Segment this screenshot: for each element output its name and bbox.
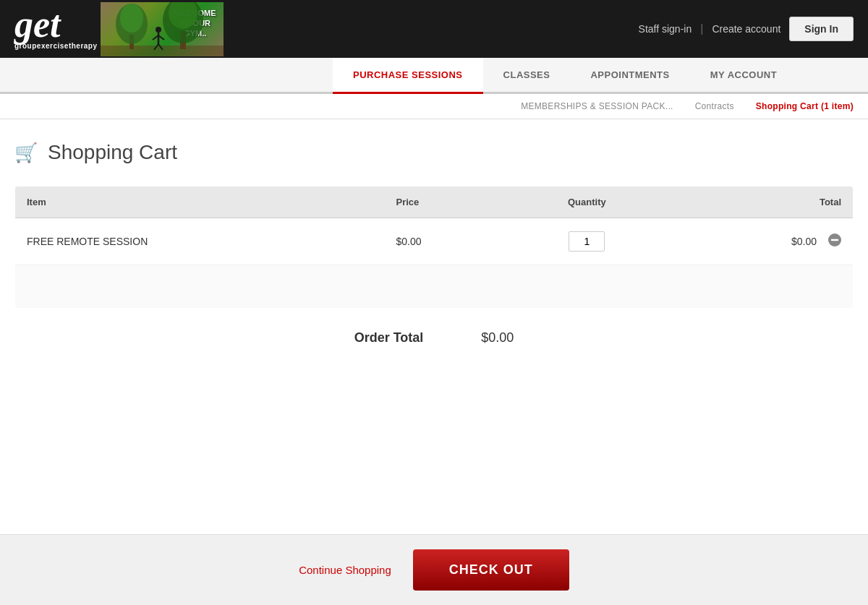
main-content: 🛒 Shopping Cart Item Price Quantity Tota… xyxy=(0,119,868,553)
cart-table-body: FREE REMOTE SESSION $0.00 $0.00 xyxy=(15,218,854,309)
item-name: FREE REMOTE SESSION xyxy=(15,218,385,265)
logo-banner-image: WELCOME TO OUR GYM.. xyxy=(101,2,224,56)
sign-in-button[interactable]: Sign In xyxy=(789,17,854,41)
empty-cell xyxy=(15,265,854,309)
logo-sub-bold: exercise xyxy=(37,42,69,50)
sub-nav-shopping-cart[interactable]: Shopping Cart (1 item) xyxy=(756,101,854,111)
item-quantity-cell xyxy=(509,218,665,265)
header: get groupexercisetherapy WELCOME TO OUR … xyxy=(0,0,868,58)
tab-my-account[interactable]: MY ACCOUNT xyxy=(690,58,797,94)
logo-main: get xyxy=(14,8,61,42)
header-divider: | xyxy=(700,22,703,35)
cart-table-header: Item Price Quantity Total xyxy=(15,186,854,218)
logo-sub-plain: group xyxy=(14,42,37,50)
continue-shopping-button[interactable]: Continue Shopping xyxy=(299,564,391,576)
logo-area: get groupexercisetherapy WELCOME TO OUR … xyxy=(14,2,224,56)
header-right: Staff sign-in | Create account Sign In xyxy=(639,17,854,41)
staff-sign-in-link[interactable]: Staff sign-in xyxy=(639,23,692,35)
quantity-input[interactable] xyxy=(569,231,605,252)
col-header-price: Price xyxy=(384,186,509,218)
page-title: Shopping Cart xyxy=(48,141,177,164)
table-row: FREE REMOTE SESSION $0.00 $0.00 xyxy=(15,218,854,265)
page-title-area: 🛒 Shopping Cart xyxy=(14,141,854,164)
tab-appointments[interactable]: APPOINTMENTS xyxy=(570,58,689,94)
cart-table: Item Price Quantity Total FREE REMOTE SE… xyxy=(14,186,854,309)
svg-point-8 xyxy=(156,27,161,33)
sub-nav-memberships[interactable]: MEMBERSHIPS & SESSION PACK... xyxy=(521,101,673,111)
main-nav: PURCHASE SESSIONS CLASSES APPOINTMENTS M… xyxy=(0,58,868,94)
tree-decoration xyxy=(101,2,224,56)
logo-text-area: get groupexercisetherapy xyxy=(14,8,98,50)
tab-classes[interactable]: CLASSES xyxy=(483,58,571,94)
sub-nav: MEMBERSHIPS & SESSION PACK... Contracts … xyxy=(0,94,868,119)
sub-nav-contracts[interactable]: Contracts xyxy=(695,101,734,111)
svg-point-5 xyxy=(120,4,143,33)
logo-sub-plain2: therapy xyxy=(69,42,98,50)
col-header-quantity: Quantity xyxy=(509,186,665,218)
remove-icon xyxy=(828,233,841,246)
order-total-label: Order Total xyxy=(354,330,424,346)
checkout-button[interactable]: CHECK OUT xyxy=(413,549,569,591)
total-with-remove: $0.00 xyxy=(677,233,841,250)
item-total-cell: $0.00 xyxy=(665,218,854,265)
order-total-amount: $0.00 xyxy=(481,330,514,346)
remove-item-button[interactable] xyxy=(828,233,841,250)
col-header-total: Total xyxy=(665,186,854,218)
shopping-cart-icon: 🛒 xyxy=(14,142,38,164)
tab-purchase-sessions[interactable]: PURCHASE SESSIONS xyxy=(333,58,483,94)
col-header-item: Item xyxy=(15,186,385,218)
svg-rect-1 xyxy=(101,46,224,56)
logo-subtext: groupexercisetherapy xyxy=(14,42,98,50)
item-price: $0.00 xyxy=(384,218,509,265)
item-total: $0.00 xyxy=(791,236,817,247)
empty-row xyxy=(15,265,854,309)
order-total-area: Order Total $0.00 xyxy=(14,309,854,367)
create-account-link[interactable]: Create account xyxy=(712,23,780,35)
footer-action-bar: Continue Shopping CHECK OUT xyxy=(0,534,868,605)
